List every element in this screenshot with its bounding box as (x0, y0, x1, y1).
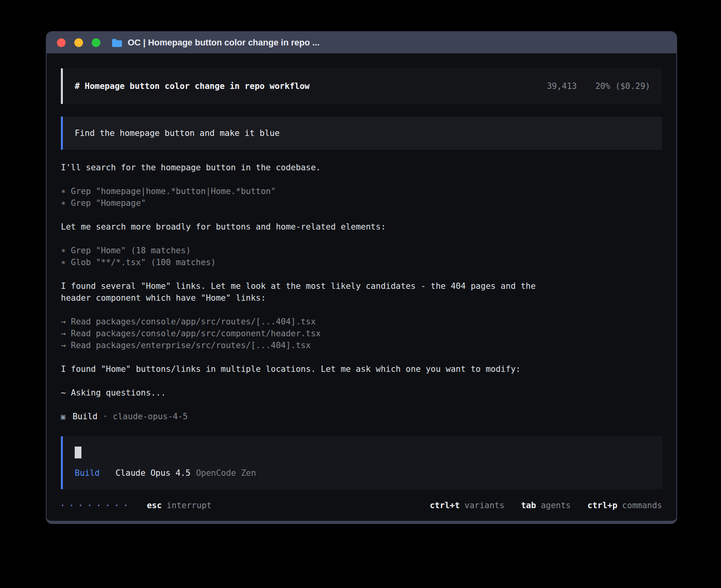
tool-call-group: ∗ Grep "Home" (18 matches) ∗ Glob "**/*.… (61, 245, 553, 268)
status-message: ~ Asking questions... (61, 387, 553, 399)
esc-action-label: interrupt (166, 499, 211, 511)
user-message: Find the homepage button and make it blu… (61, 117, 662, 150)
agent-model: claude-opus-4-5 (113, 411, 188, 422)
assistant-paragraph: Let me search more broadly for buttons a… (61, 221, 553, 233)
paragraph-text: I found several "Home" links. Let me loo… (61, 280, 553, 304)
tool-call-group: ∗ Grep "homepage|home.*button|Home.*butt… (61, 185, 553, 209)
status-text: ~ Asking questions... (61, 387, 553, 399)
user-message-text: Find the homepage button and make it blu… (75, 128, 279, 138)
status-bar: • • • • • • • • esc interrupt ctrl+t var… (61, 499, 662, 511)
text-cursor[interactable] (75, 447, 81, 458)
prompt-input[interactable]: Build Claude Opus 4.5 OpenCode Zen (61, 436, 662, 489)
assistant-paragraph: I'll search for the homepage button in t… (61, 162, 553, 173)
shortcut-key: tab (521, 499, 536, 511)
paragraph-text: I found "Home" buttons/links in multiple… (61, 363, 553, 375)
spinner-dots-icon: • • • • • • • • (61, 499, 128, 511)
esc-key-hint: esc (147, 499, 162, 511)
traffic-lights (57, 38, 100, 47)
input-provider-label: OpenCode Zen (196, 467, 256, 479)
shortcut-key: ctrl+p (587, 499, 617, 511)
session-stats: 39,413 20% ($0.29) (547, 80, 650, 92)
agent-name: Build (72, 411, 97, 422)
minimize-button[interactable] (74, 38, 83, 47)
token-count: 39,413 (547, 81, 577, 91)
input-meta: Build Claude Opus 4.5 OpenCode Zen (75, 467, 650, 479)
session-header: # Homepage button color change in repo w… (61, 68, 662, 104)
tool-call-group: → Read packages/console/app/src/routes/[… (61, 316, 553, 351)
tool-call-line: → Read packages/enterprise/src/routes/[.… (61, 339, 553, 351)
tool-call-line: → Read packages/console/app/src/componen… (61, 328, 553, 339)
tool-call-line: ∗ Glob "**/*.tsx" (100 matches) (61, 256, 553, 268)
tool-call-line: ∗ Grep "homepage|home.*button|Home.*butt… (61, 185, 553, 197)
agent-badge: ▣ Build · claude-opus-4-5 (61, 411, 553, 422)
paragraph-text: I'll search for the homepage button in t… (61, 162, 553, 173)
assistant-paragraph: I found "Home" buttons/links in multiple… (61, 363, 553, 375)
shortcut-agents: tab agents (521, 499, 571, 511)
folder-icon (111, 38, 123, 47)
agent-separator: · (103, 411, 108, 422)
tool-call-line: → Read packages/console/app/src/routes/[… (61, 316, 553, 328)
input-mode-label: Build (75, 467, 100, 479)
close-button[interactable] (57, 38, 66, 47)
shortcut-variants: ctrl+t variants (430, 499, 504, 511)
paragraph-text: Let me search more broadly for buttons a… (61, 221, 553, 233)
agent-icon: ▣ (61, 411, 65, 422)
window-title-group: OC | Homepage button color change in rep… (111, 38, 319, 48)
tool-call-line: ∗ Grep "Homepage" (61, 197, 553, 209)
window-title: OC | Homepage button color change in rep… (128, 38, 319, 48)
shortcut-label: agents (541, 499, 571, 511)
input-model-label: Claude Opus 4.5 (115, 467, 191, 479)
zoom-button[interactable] (92, 38, 100, 47)
assistant-messages: I'll search for the homepage button in t… (61, 162, 553, 434)
shortcut-hints: ctrl+t variants tab agents ctrl+p comman… (430, 499, 662, 511)
terminal-content: # Homepage button color change in repo w… (47, 53, 676, 521)
session-title: # Homepage button color change in repo w… (75, 80, 310, 92)
assistant-paragraph: I found several "Home" links. Let me loo… (61, 280, 553, 304)
shortcut-label: variants (464, 499, 504, 511)
terminal-window: OC | Homepage button color change in rep… (46, 31, 677, 524)
context-usage: 20% ($0.29) (595, 81, 650, 91)
shortcut-key: ctrl+t (430, 499, 460, 511)
shortcut-label: commands (622, 499, 662, 511)
shortcut-commands: ctrl+p commands (587, 499, 662, 511)
tool-call-line: ∗ Grep "Home" (18 matches) (61, 245, 553, 256)
titlebar[interactable]: OC | Homepage button color change in rep… (47, 32, 676, 53)
